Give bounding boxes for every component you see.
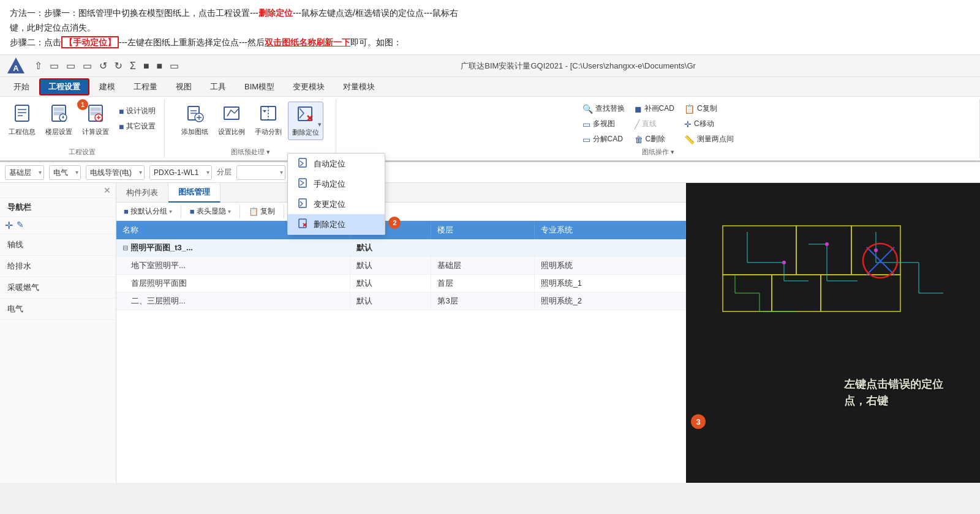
delete-pos-icon	[296, 105, 315, 127]
btn-project-info[interactable]: 工程信息	[5, 102, 39, 139]
btn-c-delete[interactable]: 🗑 C删除	[631, 132, 678, 146]
tab-drawing-management[interactable]: 图纸管理	[168, 183, 221, 203]
sidebar-add-icon[interactable]: ✛	[5, 220, 13, 231]
btn-add-drawing[interactable]: 添加图纸	[178, 102, 212, 139]
tab-component-list[interactable]: 构件列表	[116, 184, 168, 202]
btn-measure[interactable]: 📏 测量两点间	[680, 132, 737, 146]
tab-start[interactable]: 开始	[5, 79, 38, 95]
btn-multi-view-label: 多视图	[593, 119, 615, 129]
center-content: 构件列表 图纸管理 ■ 按默认分组 ▾ ■ 表头显隐 ▾ 📋 复制 �	[116, 183, 686, 483]
btn-find-replace[interactable]: 🔍 查找替换	[579, 102, 628, 116]
calc-icon[interactable]: ■	[154, 59, 165, 73]
sum-icon[interactable]: Σ	[127, 59, 138, 73]
export-icon[interactable]: ▭	[167, 59, 181, 73]
sidebar-close-bar: ✕	[0, 183, 116, 198]
btn-copy[interactable]: 📋 复制	[245, 205, 279, 218]
svg-rect-42	[821, 275, 900, 311]
sidebar-title: 导航栏	[0, 198, 116, 217]
btn-delete-pos-label: 删除定位	[292, 128, 319, 137]
row1-name: 地下室照明平...	[116, 257, 350, 275]
floor-settings-icon	[50, 104, 68, 126]
row3-floor: 第3层	[431, 292, 535, 310]
table-row[interactable]: 二、三层照明... 默认 第3层 照明系统_2	[116, 292, 686, 310]
svg-point-11	[62, 117, 64, 119]
btn-design-note[interactable]: ■ 设计说明	[115, 104, 159, 118]
layer-select[interactable]: 基础层	[5, 165, 44, 180]
svg-rect-38	[796, 226, 851, 275]
btn-floor-settings[interactable]: 楼层设置	[42, 102, 76, 139]
save-icon[interactable]: ⇧	[32, 59, 45, 73]
table-row[interactable]: 地下室照明平... 默认 基础层 照明系统	[116, 257, 686, 275]
tab-change-module[interactable]: 变更模块	[284, 79, 333, 95]
dropdown-delete-pos[interactable]: 删除定位 2	[288, 214, 385, 234]
c-move-icon: ✛	[684, 119, 692, 129]
pipe-type-select[interactable]: 电线导管(电)	[86, 165, 145, 180]
floor-layer-select-wrapper: ▾	[236, 165, 285, 180]
grid-icon[interactable]: ■	[141, 59, 152, 73]
cad-instruction-label: 左键点击错误的定位点，右键	[844, 376, 943, 409]
multi-view-icon: ▭	[582, 119, 590, 129]
sidebar-item-axis[interactable]: 轴线	[0, 234, 116, 256]
paste-icon[interactable]: ▭	[64, 59, 78, 73]
main-toolbar: 基础层 ▾ 电气 ▾ 电线导管(电) ▾ PDXG-1-WL1 ▾ 分层 ▾	[0, 162, 980, 183]
tab-view[interactable]: 视图	[167, 79, 200, 95]
quick-access-toolbar: ⇧ ▭ ▭ ▭ ↺ ↺ Σ ■ ■ ▭	[32, 59, 181, 73]
btn-set-scale[interactable]: 设置比例	[214, 102, 249, 139]
system-select[interactable]: PDXG-1-WL1	[149, 165, 212, 180]
btn-c-delete-label: C删除	[646, 134, 666, 144]
dropdown-auto-pos[interactable]: 自动定位	[288, 154, 385, 174]
btn-straight-line[interactable]: ╱ 直线	[631, 117, 678, 131]
btn-group-default-label: 按默认分组	[130, 206, 167, 217]
sidebar-item-heating[interactable]: 采暖燃气	[0, 277, 116, 299]
tab-bim-model[interactable]: BIM模型	[236, 79, 283, 95]
svg-rect-34	[299, 219, 306, 228]
btn-multi-view[interactable]: ▭ 多视图	[579, 117, 628, 131]
tab-modeling[interactable]: 建模	[91, 79, 124, 95]
sidebar-item-drainage[interactable]: 给排水	[0, 256, 116, 277]
btn-header-visibility[interactable]: ■ 表头显隐 ▾	[186, 205, 235, 218]
ribbon-group-project-settings: 工程信息 楼层设置 1 计算设置 ■	[0, 99, 165, 158]
instruction-line2-end: 即可。如图：	[350, 37, 402, 47]
group-label-drawing-preprocess: 图纸预处理 ▾	[228, 146, 273, 158]
btn-other-settings[interactable]: ■ 其它设置	[115, 119, 159, 133]
col-header-system: 专业系统	[535, 221, 686, 239]
instruction-line2-mid: ---左键在图纸上重新选择定位点---然后	[119, 37, 265, 47]
drawing-preprocess-items: 添加图纸 设置比例 手动分割	[178, 102, 323, 146]
btn-delete-positioning[interactable]: 删除定位 ▾	[288, 102, 323, 140]
btn-calc-settings[interactable]: 1 计算设置	[78, 102, 113, 139]
btn-decompose-cad[interactable]: ▭ 分解CAD	[579, 132, 628, 146]
tab-tools[interactable]: 工具	[202, 79, 235, 95]
svg-point-45	[874, 248, 878, 252]
layer-select-wrapper: 基础层 ▾	[5, 165, 44, 180]
redo-icon[interactable]: ↺	[112, 59, 125, 73]
collapse-icon: ⊟	[123, 244, 128, 251]
btn-group-default[interactable]: ■ 按默认分组 ▾	[120, 205, 176, 218]
floor-layer-select[interactable]	[236, 165, 285, 180]
close-icon[interactable]: ✕	[104, 185, 111, 195]
row3-ratio: 默认	[350, 292, 431, 310]
btn-manual-split[interactable]: 手动分割	[251, 102, 285, 139]
dropdown-manual-pos[interactable]: 手动定位	[288, 174, 385, 194]
folder-icon[interactable]: ▭	[80, 59, 94, 73]
btn-decompose-cad-label: 分解CAD	[593, 134, 623, 144]
sidebar-edit-icon[interactable]: ✎	[17, 220, 24, 231]
dropdown-manual-pos-label: 手动定位	[314, 179, 345, 190]
table-row-group[interactable]: ⊟照明平面图_t3_... 默认	[116, 239, 686, 257]
table-row[interactable]: 首层照明平面图 默认 首层 照明系统_1	[116, 275, 686, 292]
instruction-line1-end: 键，此时定位点消失。	[10, 23, 96, 32]
btn-manual-split-label: 手动分割	[255, 127, 282, 136]
copy-icon[interactable]: ▭	[47, 59, 61, 73]
btn-supplement-cad[interactable]: ◼ 补画CAD	[631, 102, 678, 116]
tab-quantities[interactable]: 工程量	[125, 79, 166, 95]
discipline-select[interactable]: 电气	[49, 165, 81, 180]
undo-icon[interactable]: ↺	[97, 59, 110, 73]
titlebar: A ⇧ ▭ ▭ ▭ ↺ ↺ Σ ■ ■ ▭ 广联达BIM安装计量GQI2021 …	[0, 55, 980, 77]
tab-quantity-compare[interactable]: 对量模块	[334, 79, 383, 95]
sidebar-item-electrical[interactable]: 电气	[0, 299, 116, 320]
pipe-type-select-wrapper: 电线导管(电) ▾	[86, 165, 145, 180]
btn-c-copy[interactable]: 📋 C复制	[680, 102, 737, 116]
drawing-table: 名称 比例 楼层 专业系统 ⊟照明平面图_t3_... 默认	[116, 221, 686, 310]
tab-project-settings[interactable]: 工程设置	[39, 78, 89, 95]
dropdown-change-pos[interactable]: 变更定位	[288, 194, 385, 214]
btn-c-move[interactable]: ✛ C移动	[680, 117, 737, 131]
